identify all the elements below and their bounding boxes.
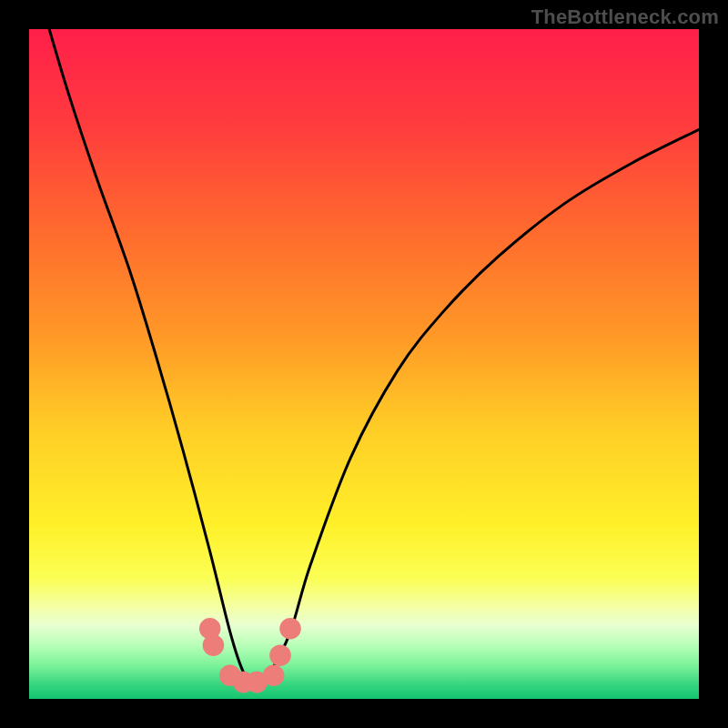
- chart-overlay: [29, 29, 699, 699]
- marker-dot: [263, 664, 285, 686]
- bottleneck-curve: [49, 29, 699, 685]
- marker-dot: [279, 618, 301, 640]
- marker-dot: [203, 634, 225, 656]
- watermark-text: TheBottleneck.com: [531, 5, 719, 29]
- marker-dot: [269, 644, 291, 666]
- bottleneck-markers: [199, 618, 301, 693]
